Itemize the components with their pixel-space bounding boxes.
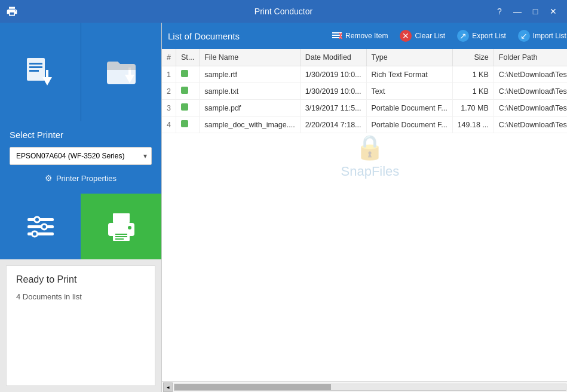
horizontal-scrollbar[interactable]: ◂ ▸ [162, 381, 567, 392]
export-list-label: Export List [472, 32, 506, 40]
cell-date: 1/30/2019 10:0... [300, 83, 366, 100]
status-indicator [181, 87, 188, 94]
cell-date: 3/19/2017 11:5... [300, 100, 366, 117]
document-count: 4 Documents in list [16, 292, 145, 301]
import-list-label: Import List [533, 32, 566, 40]
cell-date: 1/30/2019 10:0... [300, 66, 366, 83]
minimize-button[interactable]: — [510, 4, 525, 19]
cell-type: Portable Document F... [366, 100, 452, 117]
col-header-status: St... [176, 49, 199, 66]
maximize-button[interactable]: □ [528, 4, 543, 19]
bottom-action-buttons [0, 194, 161, 259]
svg-rect-20 [115, 236, 127, 237]
table-row[interactable]: 3sample.pdf3/19/2017 11:5...Portable Doc… [162, 100, 567, 117]
svg-rect-2 [29, 66, 42, 68]
files-table: # St... File Name Date Modified Type Siz… [162, 49, 567, 133]
cell-num: 3 [162, 100, 176, 117]
add-files-icon [21, 53, 59, 91]
col-header-num: # [162, 49, 176, 66]
window-title: Print Conductor [255, 7, 312, 16]
status-box: Ready to Print 4 Documents in list [6, 265, 155, 386]
cell-date: 2/20/2014 7:18... [300, 117, 366, 133]
settings-sliders-icon [25, 211, 56, 242]
table-row[interactable]: 4sample_doc_with_image....2/20/2014 7:18… [162, 117, 567, 133]
remove-item-label: Remove Item [345, 32, 388, 40]
svg-point-22 [128, 226, 131, 229]
scroll-track[interactable] [174, 384, 566, 391]
print-icon [106, 211, 137, 242]
printer-select-dropdown[interactable]: EPSON07A604 (WF-3520 Series) [10, 147, 152, 165]
status-indicator [181, 103, 188, 111]
cell-type: Rich Text Format [366, 66, 452, 83]
svg-point-10 [35, 218, 39, 222]
cell-status [176, 66, 199, 83]
clear-list-icon: ✕ [400, 30, 412, 42]
settings-button[interactable] [0, 194, 81, 259]
cell-status [176, 117, 199, 133]
cell-folder: C:\NetDownload\TestF [494, 100, 567, 117]
cell-size: 1 KB [452, 66, 494, 83]
table-header-row: # St... File Name Date Modified Type Siz… [162, 49, 567, 66]
document-toolbar: List of Documents Remove Item ✕ Clear Li… [162, 23, 567, 49]
printer-section: Select Printer EPSON07A604 (WF-3520 Seri… [0, 121, 161, 194]
col-header-filename: File Name [200, 49, 300, 66]
help-button[interactable]: ? [492, 4, 507, 19]
snapfiles-text: SnapFiles [341, 164, 400, 179]
list-of-documents-title: List of Documents [168, 31, 326, 41]
cell-size: 1 KB [452, 83, 494, 100]
cell-folder: C:\NetDownload\TestF [494, 117, 567, 133]
status-indicator [181, 70, 188, 77]
col-header-folder: Folder Path [494, 49, 567, 66]
cell-type: Portable Document F... [366, 117, 452, 133]
svg-rect-19 [115, 234, 127, 235]
remove-item-icon [332, 30, 342, 41]
cell-num: 1 [162, 66, 176, 83]
svg-rect-1 [29, 63, 42, 65]
main-layout: Select Printer EPSON07A604 (WF-3520 Seri… [0, 23, 567, 392]
svg-rect-17 [113, 213, 130, 223]
add-folder-button[interactable] [81, 23, 162, 121]
sidebar: Select Printer EPSON07A604 (WF-3520 Seri… [0, 23, 161, 392]
printer-properties-button[interactable]: ⚙ Printer Properties [10, 172, 152, 184]
remove-item-button[interactable]: Remove Item [326, 23, 394, 49]
svg-rect-21 [115, 238, 124, 240]
title-bar-left [6, 5, 18, 17]
svg-rect-3 [29, 70, 39, 72]
col-header-date: Date Modified [300, 49, 366, 66]
table-row[interactable]: 2sample.txt1/30/2019 10:0...Text1 KBC:\N… [162, 83, 567, 100]
cell-num: 2 [162, 83, 176, 100]
add-files-button[interactable] [0, 23, 81, 121]
cell-filename: sample.pdf [200, 100, 300, 117]
svg-rect-23 [332, 32, 342, 33]
svg-point-13 [42, 225, 46, 229]
export-list-icon: ↗ [457, 30, 469, 42]
col-header-type: Type [366, 49, 452, 66]
printer-select-wrapper: EPSON07A604 (WF-3520 Series) ▾ [10, 147, 152, 165]
print-button[interactable] [81, 194, 161, 259]
cell-status [176, 100, 199, 117]
select-printer-label: Select Printer [10, 130, 152, 140]
document-table: # St... File Name Date Modified Type Siz… [162, 49, 567, 381]
window-controls: ? — □ ✕ [492, 4, 561, 19]
printer-properties-label: Printer Properties [56, 174, 117, 183]
cell-status [176, 83, 199, 100]
gear-icon: ⚙ [45, 173, 53, 183]
export-list-button[interactable]: ↗ Export List [451, 23, 512, 49]
top-action-buttons [0, 23, 161, 121]
import-list-icon: ↙ [518, 30, 530, 42]
cell-filename: sample.rtf [200, 66, 300, 83]
cell-folder: C:\NetDownload\TestF [494, 66, 567, 83]
table-row[interactable]: 1sample.rtf1/30/2019 10:0...Rich Text Fo… [162, 66, 567, 83]
import-list-button[interactable]: ↙ Import List [512, 23, 567, 49]
clear-list-button[interactable]: ✕ Clear List [394, 23, 451, 49]
watermark: 🔒 SnapFiles [341, 133, 400, 179]
svg-rect-0 [27, 58, 45, 81]
status-indicator [181, 120, 188, 127]
cell-size: 1.70 MB [452, 100, 494, 117]
cell-type: Text [366, 83, 452, 100]
close-button[interactable]: ✕ [545, 4, 561, 19]
cell-num: 4 [162, 117, 176, 133]
svg-point-16 [33, 232, 36, 236]
cell-filename: sample_doc_with_image.... [200, 117, 300, 133]
scroll-left-arrow[interactable]: ◂ [163, 382, 173, 392]
